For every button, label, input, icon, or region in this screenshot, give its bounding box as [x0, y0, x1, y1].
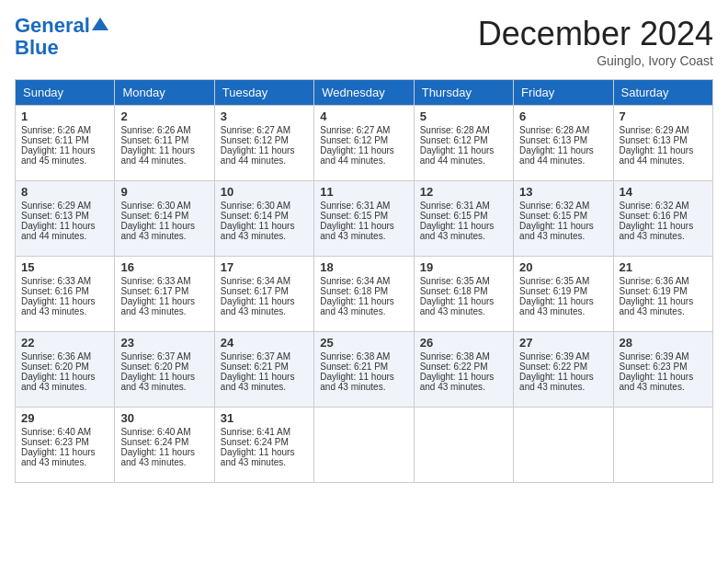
calendar-cell: 15 Sunrise: 6:33 AM Sunset: 6:16 PM Dayl…	[16, 257, 115, 332]
sunset-text: Sunset: 6:18 PM	[320, 286, 388, 296]
calendar-cell: 21 Sunrise: 6:36 AM Sunset: 6:19 PM Dayl…	[613, 257, 712, 332]
calendar-week-row: 15 Sunrise: 6:33 AM Sunset: 6:16 PM Dayl…	[16, 257, 713, 332]
sunset-text: Sunset: 6:24 PM	[120, 437, 188, 447]
sunset-text: Sunset: 6:22 PM	[420, 362, 488, 372]
daylight-text: Daylight: 11 hours and 43 minutes.	[420, 372, 495, 392]
sunrise-text: Sunrise: 6:36 AM	[21, 351, 91, 362]
sunrise-text: Sunrise: 6:26 AM	[120, 125, 190, 135]
sunset-text: Sunset: 6:19 PM	[519, 286, 587, 296]
calendar-cell: 26 Sunrise: 6:38 AM Sunset: 6:22 PM Dayl…	[414, 332, 513, 408]
sunset-text: Sunset: 6:14 PM	[120, 211, 188, 221]
sunrise-text: Sunrise: 6:28 AM	[519, 125, 589, 135]
calendar-day-header: Thursday	[414, 80, 513, 106]
daylight-text: Daylight: 11 hours and 43 minutes.	[519, 296, 594, 316]
sunset-text: Sunset: 6:21 PM	[320, 362, 388, 372]
sunset-text: Sunset: 6:11 PM	[120, 135, 188, 145]
sunset-text: Sunset: 6:16 PM	[620, 211, 688, 221]
calendar-cell: 5 Sunrise: 6:28 AM Sunset: 6:12 PM Dayli…	[414, 106, 513, 181]
calendar-cell: 11 Sunrise: 6:31 AM Sunset: 6:15 PM Dayl…	[314, 181, 414, 257]
day-number: 26	[420, 336, 507, 350]
sunset-text: Sunset: 6:14 PM	[221, 211, 289, 221]
daylight-text: Daylight: 11 hours and 43 minutes.	[320, 221, 394, 241]
sunrise-text: Sunrise: 6:28 AM	[420, 125, 490, 135]
daylight-text: Daylight: 11 hours and 43 minutes.	[120, 296, 195, 316]
calendar-cell: 24 Sunrise: 6:37 AM Sunset: 6:21 PM Dayl…	[214, 332, 313, 408]
day-number: 31	[221, 411, 308, 425]
sunrise-text: Sunrise: 6:38 AM	[420, 351, 490, 362]
daylight-text: Daylight: 11 hours and 43 minutes.	[420, 296, 495, 316]
sunrise-text: Sunrise: 6:30 AM	[221, 201, 290, 211]
calendar-cell: 29 Sunrise: 6:40 AM Sunset: 6:23 PM Dayl…	[16, 408, 115, 483]
sunset-text: Sunset: 6:12 PM	[320, 135, 388, 145]
calendar-day-header: Friday	[514, 80, 613, 106]
sunrise-text: Sunrise: 6:37 AM	[120, 351, 190, 362]
calendar-day-header: Tuesday	[214, 80, 313, 106]
calendar-cell: 8 Sunrise: 6:29 AM Sunset: 6:13 PM Dayli…	[16, 181, 115, 257]
logo-blue-text: Blue	[15, 37, 59, 59]
daylight-text: Daylight: 11 hours and 43 minutes.	[120, 221, 195, 241]
daylight-text: Daylight: 11 hours and 43 minutes.	[120, 447, 195, 467]
calendar-cell: 14 Sunrise: 6:32 AM Sunset: 6:16 PM Dayl…	[613, 181, 712, 257]
calendar-cell: 20 Sunrise: 6:35 AM Sunset: 6:19 PM Dayl…	[514, 257, 613, 332]
daylight-text: Daylight: 11 hours and 43 minutes.	[620, 372, 694, 392]
sunset-text: Sunset: 6:20 PM	[21, 362, 89, 372]
day-number: 21	[620, 260, 707, 274]
daylight-text: Daylight: 11 hours and 45 minutes.	[21, 145, 96, 166]
day-number: 8	[21, 185, 108, 199]
day-number: 15	[21, 260, 108, 274]
sunset-text: Sunset: 6:17 PM	[120, 286, 188, 296]
calendar-cell: 7 Sunrise: 6:29 AM Sunset: 6:13 PM Dayli…	[613, 106, 712, 181]
daylight-text: Daylight: 11 hours and 43 minutes.	[21, 296, 96, 316]
day-number: 14	[620, 185, 707, 199]
sunset-text: Sunset: 6:15 PM	[320, 211, 388, 221]
daylight-text: Daylight: 11 hours and 43 minutes.	[120, 372, 195, 392]
calendar-header-row: SundayMondayTuesdayWednesdayThursdayFrid…	[16, 80, 713, 106]
logo-text: General	[15, 15, 90, 37]
sunset-text: Sunset: 6:18 PM	[420, 286, 488, 296]
calendar-cell: 27 Sunrise: 6:39 AM Sunset: 6:22 PM Dayl…	[514, 332, 613, 408]
calendar-cell	[613, 408, 712, 483]
sunset-text: Sunset: 6:23 PM	[21, 437, 89, 447]
sunrise-text: Sunrise: 6:39 AM	[519, 351, 589, 362]
sunset-text: Sunset: 6:19 PM	[620, 286, 688, 296]
sunrise-text: Sunrise: 6:26 AM	[21, 125, 91, 135]
day-number: 20	[519, 260, 607, 274]
sunrise-text: Sunrise: 6:41 AM	[221, 427, 290, 437]
daylight-text: Daylight: 11 hours and 43 minutes.	[221, 221, 295, 241]
sunset-text: Sunset: 6:15 PM	[420, 211, 488, 221]
daylight-text: Daylight: 11 hours and 44 minutes.	[120, 145, 195, 166]
calendar-cell	[514, 408, 613, 483]
sunset-text: Sunset: 6:12 PM	[221, 135, 289, 145]
sunset-text: Sunset: 6:17 PM	[221, 286, 289, 296]
day-number: 5	[420, 109, 507, 123]
calendar-cell: 1 Sunrise: 6:26 AM Sunset: 6:11 PM Dayli…	[16, 106, 115, 181]
calendar-table: SundayMondayTuesdayWednesdayThursdayFrid…	[15, 79, 713, 483]
day-number: 3	[221, 109, 308, 123]
sunrise-text: Sunrise: 6:29 AM	[21, 201, 91, 211]
calendar-cell: 13 Sunrise: 6:32 AM Sunset: 6:15 PM Dayl…	[514, 181, 613, 257]
day-number: 19	[420, 260, 507, 274]
calendar-week-row: 22 Sunrise: 6:36 AM Sunset: 6:20 PM Dayl…	[16, 332, 713, 408]
daylight-text: Daylight: 11 hours and 44 minutes.	[221, 145, 295, 166]
sunset-text: Sunset: 6:15 PM	[519, 211, 587, 221]
daylight-text: Daylight: 11 hours and 44 minutes.	[620, 145, 694, 166]
daylight-text: Daylight: 11 hours and 43 minutes.	[221, 447, 295, 467]
calendar-cell: 16 Sunrise: 6:33 AM Sunset: 6:17 PM Dayl…	[115, 257, 214, 332]
sunset-text: Sunset: 6:16 PM	[21, 286, 89, 296]
sunset-text: Sunset: 6:20 PM	[120, 362, 188, 372]
calendar-cell: 9 Sunrise: 6:30 AM Sunset: 6:14 PM Dayli…	[115, 181, 214, 257]
sunrise-text: Sunrise: 6:31 AM	[320, 201, 390, 211]
sunset-text: Sunset: 6:24 PM	[221, 437, 289, 447]
daylight-text: Daylight: 11 hours and 43 minutes.	[519, 372, 594, 392]
calendar-cell: 25 Sunrise: 6:38 AM Sunset: 6:21 PM Dayl…	[314, 332, 414, 408]
day-number: 29	[21, 411, 108, 425]
calendar-day-header: Sunday	[16, 80, 115, 106]
sunrise-text: Sunrise: 6:30 AM	[120, 201, 190, 211]
calendar-cell: 17 Sunrise: 6:34 AM Sunset: 6:17 PM Dayl…	[214, 257, 313, 332]
sunrise-text: Sunrise: 6:39 AM	[620, 351, 689, 362]
calendar-week-row: 8 Sunrise: 6:29 AM Sunset: 6:13 PM Dayli…	[16, 181, 713, 257]
daylight-text: Daylight: 11 hours and 43 minutes.	[519, 221, 594, 241]
day-number: 7	[620, 109, 707, 123]
sunrise-text: Sunrise: 6:36 AM	[620, 276, 689, 286]
day-number: 17	[221, 260, 308, 274]
